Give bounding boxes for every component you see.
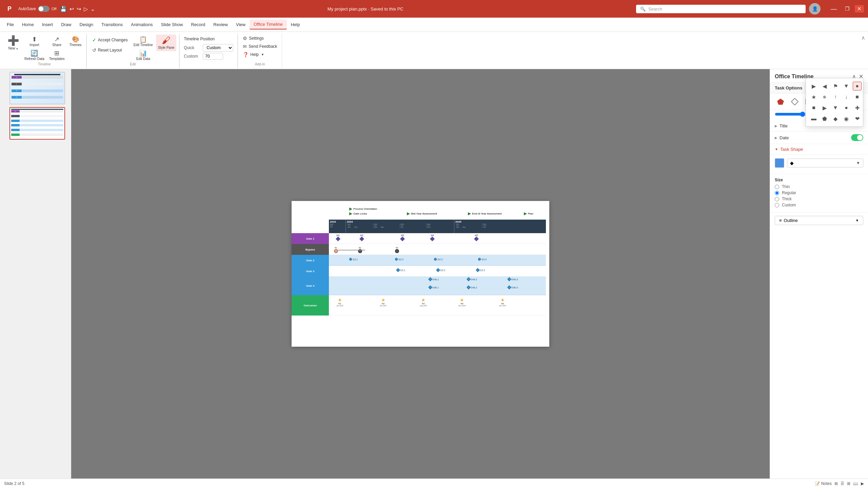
size-thin-radio[interactable]	[775, 185, 779, 189]
normal-view-icon[interactable]: ⊞	[834, 481, 838, 486]
minimize-button[interactable]: —	[828, 4, 840, 14]
outline-view-icon[interactable]: ☰	[841, 481, 844, 486]
task-shape-section-toggle[interactable]: ▼ Task Shape	[770, 144, 868, 155]
b1-circle	[334, 249, 338, 253]
notes-button[interactable]: 📝 Notes	[815, 481, 832, 486]
size-thick-radio[interactable]	[775, 197, 779, 201]
menu-slideshow[interactable]: Slide Show	[157, 20, 187, 29]
shape-chevron-right[interactable]: ▶	[820, 103, 829, 112]
shape-diamond[interactable]	[789, 97, 801, 106]
shape-chevron-down[interactable]: ▼	[842, 82, 851, 90]
presenter-view-icon[interactable]: ▶	[861, 481, 864, 486]
shape-color-swatch[interactable]	[775, 158, 784, 168]
shape-flag[interactable]: ⚑	[831, 82, 840, 90]
slide-canvas[interactable]: ▶ Process Orientation ▶ Gate Locks ▶ Mid…	[292, 201, 549, 347]
shape-play-right[interactable]: ▶	[809, 82, 818, 90]
shape-square-2[interactable]: ■	[809, 103, 818, 112]
themes-button[interactable]: 🎨 Themes	[68, 35, 83, 48]
collapse-ribbon-icon[interactable]: ∧	[861, 35, 865, 41]
shape-rect-small[interactable]: ▬	[809, 114, 818, 123]
quick-label: Quick	[184, 45, 201, 50]
process-label-4: ▶ End-of-Year Assessment	[468, 211, 502, 216]
menu-animations[interactable]: Animations	[127, 20, 157, 29]
reset-layout-button[interactable]: ↺ Reset Layout	[90, 46, 131, 54]
shape-arrow-up[interactable]: ↑	[831, 93, 840, 101]
shape-pentagon[interactable]	[775, 97, 786, 106]
accept-changes-button[interactable]: ✓ Accept Changes	[90, 36, 131, 44]
undo-icon[interactable]: ↩	[70, 6, 74, 12]
menu-transitions[interactable]: Transitions	[97, 20, 127, 29]
shape-cross[interactable]: ✚	[853, 103, 862, 112]
presenter-icon[interactable]: ▷	[84, 6, 88, 12]
share-button[interactable]: ↗ Share	[47, 35, 66, 48]
date-toggle[interactable]	[851, 134, 863, 141]
shape-chevron-down-2[interactable]: ▼	[831, 103, 840, 112]
date-section-toggle[interactable]: ▶ Date	[770, 131, 868, 144]
s2r4c	[20, 124, 63, 126]
reset-icon: ↺	[92, 47, 96, 53]
gantt-header: 2023 Q4 Jul 2024 Q1Jan Oct Q2Jan Apr Q3J…	[329, 220, 546, 233]
quick-access-icon[interactable]: ⌄	[91, 6, 95, 12]
slide-1-thumbnail[interactable]: G1 B G2 G3	[9, 72, 65, 104]
s1r1c	[22, 76, 63, 79]
shape-circle-ring[interactable]: ◉	[842, 114, 851, 123]
shape-square[interactable]: ■	[853, 93, 862, 101]
menu-file[interactable]: File	[3, 20, 18, 29]
shape-heart[interactable]: ❤	[853, 114, 862, 123]
settings-button[interactable]: ⚙ Settings	[241, 35, 279, 42]
quick-dropdown[interactable]: Custom Top Bottom	[203, 44, 233, 52]
menu-record[interactable]: Record	[187, 20, 209, 29]
shape-diamond-3[interactable]: ◆	[831, 114, 840, 123]
redo-icon[interactable]: ↪	[77, 6, 81, 12]
close-button[interactable]: ✕	[855, 5, 864, 13]
shape-star[interactable]: ★	[809, 93, 818, 101]
edit-data-button[interactable]: 📊 Edit Data	[132, 48, 155, 62]
shape-circle-2[interactable]: ●	[842, 103, 851, 112]
edit-timeline-button[interactable]: 📋 Edit Timeline	[132, 35, 155, 48]
size-regular-radio[interactable]	[775, 191, 779, 195]
user-avatar[interactable]: 👤	[809, 3, 821, 15]
menu-design[interactable]: Design	[76, 20, 97, 29]
help-button[interactable]: ❓ Help ▼	[241, 51, 279, 58]
slide-2-content: G1	[10, 108, 64, 139]
restore-button[interactable]: ❐	[842, 4, 852, 13]
templates-button[interactable]: ⊞ Templates	[47, 48, 66, 62]
import-export-button[interactable]: ⬆ Import	[23, 35, 46, 48]
slide-2-thumbnail[interactable]: G1	[9, 107, 65, 140]
shape-selector-icon: ◆	[790, 160, 794, 166]
ribbon-collapse[interactable]: ∧	[861, 33, 865, 69]
shape-arrow-down[interactable]: ↓	[842, 93, 851, 101]
shape-diamond-2[interactable]: ⬟	[820, 114, 829, 123]
slide-sorter-icon[interactable]: ⊞	[847, 481, 850, 486]
q4-2024-month: Oct	[427, 226, 430, 228]
custom-position-input[interactable]	[203, 53, 223, 60]
outline-button[interactable]: ≡ Outline ▼	[775, 216, 863, 225]
autosave-toggle[interactable]	[38, 6, 50, 12]
b1-label: B1	[334, 247, 338, 249]
menu-office-timeline[interactable]: Office Timeline	[250, 20, 287, 29]
menu-draw[interactable]: Draw	[57, 20, 75, 29]
shape-circle-filled[interactable]: ●	[853, 82, 862, 90]
size-custom-radio[interactable]	[775, 203, 779, 207]
g3-2-group: G3.2	[437, 269, 445, 271]
task-shape-arrow-icon: ▼	[775, 147, 778, 151]
templates-icon: ⊞	[54, 49, 59, 57]
s2-grid: G1	[11, 110, 63, 138]
style-pane-button[interactable]: 🖌 Style Pane	[156, 35, 176, 51]
shape-gear[interactable]: ⎈	[820, 93, 829, 101]
search-box[interactable]: 🔍 Search	[636, 5, 806, 13]
refresh-data-button[interactable]: 🔄 Refresh Data	[23, 48, 46, 62]
shape-play-left[interactable]: ◀	[820, 82, 829, 90]
shape-selector-dropdown[interactable]: ◆ ▼	[787, 159, 863, 167]
new-button[interactable]: ➕ New ▼	[5, 35, 21, 52]
menu-help[interactable]: Help	[287, 20, 304, 29]
menu-insert[interactable]: Insert	[38, 20, 57, 29]
send-feedback-button[interactable]: ✉ Send Feedback	[241, 43, 279, 50]
menu-view[interactable]: View	[232, 20, 250, 29]
save-icon[interactable]: 💾	[60, 6, 67, 12]
date-section-label: Date	[780, 135, 789, 140]
menu-review[interactable]: Review	[209, 20, 232, 29]
reading-view-icon[interactable]: 📖	[853, 481, 858, 486]
jul-2023: Jul	[330, 226, 344, 228]
menu-home[interactable]: Home	[18, 20, 38, 29]
